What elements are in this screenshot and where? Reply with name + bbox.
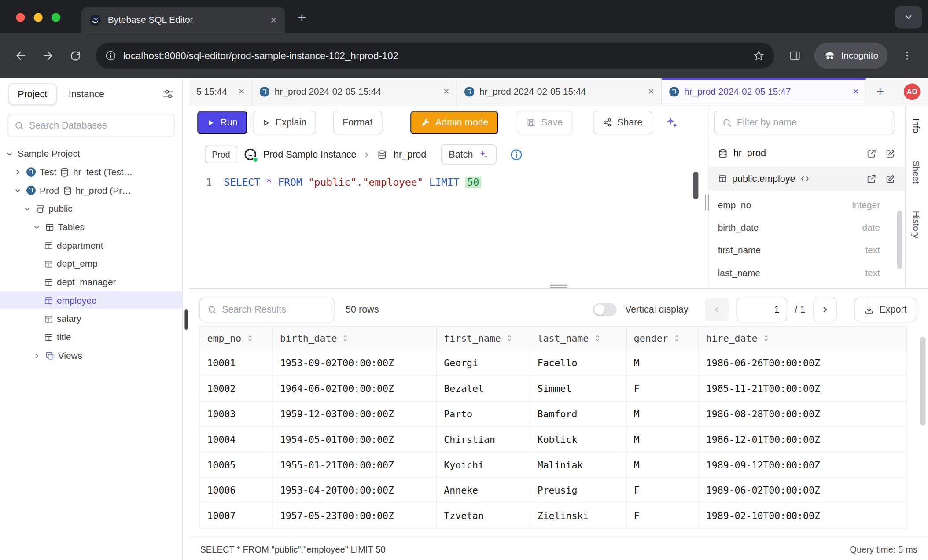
info-circle-icon[interactable] — [510, 148, 523, 161]
page-number-input[interactable] — [736, 298, 787, 321]
tab-close-icon[interactable]: × — [648, 86, 654, 96]
url-text[interactable]: localhost:8080/sql-editor/prod-sample-in… — [123, 50, 746, 62]
results-search-input[interactable] — [222, 304, 327, 315]
tab-close-icon[interactable]: × — [239, 86, 244, 96]
filter-by-name-input[interactable] — [737, 117, 887, 128]
admin-mode-button[interactable]: Admin mode — [410, 111, 498, 134]
column-header[interactable]: hire_date — [699, 327, 907, 350]
code-brackets-icon[interactable] — [800, 174, 810, 184]
ai-sparkle-icon[interactable] — [664, 115, 678, 129]
sidebar-resize-handle[interactable] — [182, 78, 189, 560]
browser-menu-icon[interactable] — [896, 44, 918, 67]
external-link-icon[interactable] — [866, 148, 876, 158]
browser-tab-close-icon[interactable]: × — [270, 14, 277, 26]
filter-by-name[interactable] — [714, 111, 895, 134]
column-row[interactable]: birth_date date — [718, 217, 895, 239]
editor-tab-active[interactable]: hr_prod 2024-02-05 15:47 × — [662, 78, 866, 105]
site-info-icon[interactable] — [105, 50, 116, 61]
table-row[interactable]: 100031959-12-03T00:00:00ZPartoBamfordM19… — [200, 401, 907, 427]
editor-scrollbar[interactable] — [693, 172, 698, 199]
export-button[interactable]: Export — [854, 298, 916, 321]
format-button[interactable]: Format — [333, 111, 382, 134]
tab-project[interactable]: Project — [8, 84, 57, 105]
back-button[interactable] — [10, 44, 32, 67]
browser-tab[interactable]: Bytebase SQL Editor × — [81, 7, 285, 33]
tree-item-department[interactable]: department — [0, 236, 182, 254]
window-zoom-button[interactable] — [52, 13, 60, 22]
tree-item-dept-emp[interactable]: dept_emp — [0, 254, 182, 273]
tree-item-public[interactable]: public — [0, 199, 182, 218]
table-row[interactable]: 100021964-06-02T00:00:00ZBezalelSimmelF1… — [200, 376, 907, 401]
resize-grip[interactable] — [550, 285, 567, 288]
database-name[interactable]: hr_prod — [394, 149, 426, 160]
table-row[interactable]: 100061953-04-20T00:00:00ZAnnekePreusigF1… — [200, 477, 907, 503]
vertical-display-toggle[interactable] — [593, 303, 617, 316]
table-row[interactable]: 100071957-05-23T00:00:00ZTzvetanZielinsk… — [200, 503, 907, 528]
instance-name[interactable]: Prod Sample Instance — [263, 149, 357, 160]
editor-tab-1[interactable]: hr_prod 2024-02-05 15:44 × — [252, 78, 457, 105]
table-row[interactable]: 100011953-09-02T00:00:00ZGeorgiFacelloM1… — [200, 350, 907, 376]
url-bar[interactable]: localhost:8080/sql-editor/prod-sample-in… — [96, 43, 774, 69]
side-tab-history[interactable]: History — [911, 211, 921, 239]
results-resize-handle[interactable] — [189, 288, 928, 293]
editor-tab-2[interactable]: hr_prod 2024-02-05 15:44 × — [457, 78, 662, 105]
next-page-button[interactable] — [813, 298, 837, 321]
editor-tab-truncated[interactable]: 5 15:44 × — [189, 78, 252, 105]
side-tab-info[interactable]: Info — [911, 118, 921, 133]
explain-button[interactable]: Explain — [253, 111, 316, 134]
reload-button[interactable] — [64, 44, 86, 67]
sql-statement[interactable]: SELECT*FROM"public"."employee"LIMIT50 — [224, 177, 481, 288]
tab-close-icon[interactable]: × — [443, 86, 449, 96]
tree-item-views[interactable]: Views — [0, 346, 182, 365]
database-search-input[interactable] — [29, 120, 168, 131]
sort-icon[interactable] — [247, 335, 253, 342]
share-button[interactable]: Share — [593, 111, 652, 134]
bookmark-star-icon[interactable] — [753, 50, 765, 62]
edit-icon[interactable] — [885, 148, 895, 158]
tree-item-dept-manager[interactable]: dept_manager — [0, 273, 182, 291]
sort-icon[interactable] — [506, 335, 513, 342]
prev-page-button[interactable] — [705, 298, 729, 321]
filter-settings-icon[interactable] — [162, 88, 174, 100]
add-tab-button[interactable]: + — [866, 78, 894, 105]
sort-icon[interactable] — [342, 335, 349, 342]
window-close-button[interactable] — [16, 13, 25, 22]
column-header[interactable]: gender — [626, 327, 699, 350]
column-row[interactable]: emp_no integer — [718, 194, 895, 217]
column-header[interactable]: emp_no — [200, 327, 273, 350]
column-row[interactable]: last_name text — [718, 262, 895, 284]
results-search[interactable] — [199, 298, 335, 321]
tree-item-prod[interactable]: Prod hr_prod (Pr… — [0, 181, 182, 199]
schema-table-row[interactable]: public.employe — [708, 167, 905, 191]
batch-button[interactable]: Batch — [441, 144, 497, 165]
sort-icon[interactable] — [594, 335, 600, 342]
table-row[interactable]: 100051955-01-21T00:00:00ZKyoichiMaliniak… — [200, 452, 907, 478]
column-header[interactable]: last_name — [530, 327, 626, 350]
resize-grip[interactable] — [184, 309, 188, 330]
database-search[interactable] — [7, 114, 174, 137]
table-row[interactable]: 100041954-05-01T00:00:00ZChirstianKoblic… — [200, 427, 907, 452]
sort-icon[interactable] — [674, 335, 680, 342]
window-minimize-button[interactable] — [34, 13, 43, 22]
sort-icon[interactable] — [763, 335, 770, 342]
schema-scrollbar[interactable] — [897, 211, 902, 269]
tab-close-icon[interactable]: × — [853, 86, 858, 96]
tree-item-employee[interactable]: employee — [0, 291, 182, 310]
column-header[interactable]: birth_date — [273, 327, 436, 350]
schema-database-row[interactable]: hr_prod — [708, 140, 905, 167]
sql-code-editor[interactable]: 1 SELECT*FROM"public"."employee"LIMIT50 — [189, 169, 708, 288]
side-panel-icon[interactable] — [784, 44, 806, 67]
side-tab-sheet[interactable]: Sheet — [911, 160, 921, 184]
column-header[interactable]: first_name — [436, 327, 530, 350]
tree-item-title[interactable]: title — [0, 328, 182, 346]
column-row[interactable]: first_name text — [718, 239, 895, 262]
forward-button[interactable] — [37, 44, 59, 67]
tree-item-sample-project[interactable]: Sample Project — [0, 144, 182, 163]
panel-resize-grip[interactable] — [705, 194, 711, 211]
save-button[interactable]: Save — [517, 111, 572, 134]
tree-item-salary[interactable]: salary — [0, 309, 182, 328]
tree-item-test[interactable]: Test hr_test (Test… — [0, 163, 182, 181]
tree-item-tables[interactable]: Tables — [0, 218, 182, 236]
edit-icon[interactable] — [885, 174, 895, 184]
tab-search-button[interactable] — [895, 6, 922, 28]
